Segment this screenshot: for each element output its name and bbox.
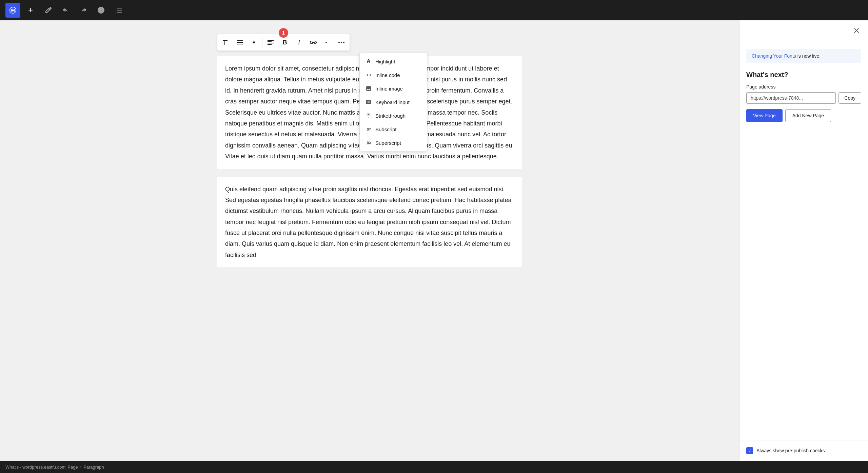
wordpress-logo bbox=[5, 3, 20, 18]
pre-publish-label: Always show pre-publish checks. bbox=[756, 448, 826, 453]
keyboard-input-label: Keyboard input bbox=[375, 99, 410, 105]
link-button[interactable] bbox=[307, 36, 320, 49]
notification-badge: 1 bbox=[279, 28, 288, 38]
inline-code-menu-item[interactable]: Inline code bbox=[360, 68, 427, 82]
paragraph-block-2[interactable]: Quis eleifend quam adipiscing vitae proi… bbox=[217, 177, 522, 268]
formatting-dropdown-menu: A Highlight Inline code bbox=[359, 53, 427, 151]
footer-bar: What's · wordpress.eastfu.com Page › Par… bbox=[0, 461, 868, 473]
top-bar bbox=[0, 0, 868, 20]
notification-link[interactable]: Changing Your Fonts bbox=[752, 53, 796, 59]
what-next-title: What's next? bbox=[746, 71, 861, 79]
breadcrumb-separator: › bbox=[80, 465, 81, 470]
highlight-icon: A bbox=[365, 58, 372, 65]
paragraph-2-text: Quis eleifend quam adipiscing vitae proi… bbox=[225, 186, 512, 258]
highlight-label: Highlight bbox=[375, 59, 395, 64]
notification-bar: Changing Your Fonts is now live. bbox=[746, 49, 861, 63]
editor-content: 1 bbox=[217, 34, 522, 447]
pre-publish-checkbox[interactable]: ✓ bbox=[746, 447, 753, 454]
add-block-button[interactable] bbox=[23, 3, 38, 18]
keyboard-input-menu-item[interactable]: Keyboard input bbox=[360, 95, 427, 109]
bold-button[interactable]: B bbox=[278, 36, 292, 49]
list-format-button[interactable] bbox=[233, 36, 246, 49]
superscript-menu-item[interactable]: X2 Superscript bbox=[360, 136, 427, 150]
strikethrough-icon bbox=[365, 112, 372, 119]
toolbar-divider-1 bbox=[262, 38, 262, 47]
page-address-input[interactable] bbox=[746, 92, 836, 104]
edit-button[interactable] bbox=[41, 3, 56, 18]
info-button[interactable] bbox=[94, 3, 108, 18]
sidebar-header bbox=[739, 20, 868, 41]
keyboard-input-icon bbox=[365, 99, 372, 105]
inline-code-label: Inline code bbox=[375, 72, 400, 78]
inline-code-icon bbox=[365, 72, 372, 78]
svg-point-1 bbox=[341, 42, 342, 43]
superscript-label: Superscript bbox=[375, 140, 401, 146]
block-toolbar: 1 bbox=[217, 34, 350, 51]
main-area: 1 bbox=[0, 20, 868, 461]
breadcrumb-paragraph[interactable]: Paragraph bbox=[83, 465, 104, 470]
page-address-row: Copy bbox=[746, 92, 861, 104]
breadcrumb-page[interactable]: Page bbox=[67, 465, 78, 470]
svg-point-0 bbox=[338, 42, 340, 43]
editor-area: 1 bbox=[0, 20, 739, 461]
more-options-button[interactable] bbox=[335, 36, 348, 49]
action-buttons: View Page Add New Page bbox=[746, 109, 861, 122]
subscript-icon: X2 bbox=[365, 126, 372, 133]
inline-image-menu-item[interactable]: Inline image bbox=[360, 82, 427, 95]
superscript-icon: X2 bbox=[365, 139, 372, 146]
dropdown-toggle-button[interactable] bbox=[321, 36, 332, 49]
sidebar-panel: Changing Your Fonts is now live. What's … bbox=[739, 20, 868, 461]
italic-button[interactable]: I bbox=[292, 36, 306, 49]
subscript-label: Subscript bbox=[375, 126, 397, 132]
move-button[interactable] bbox=[247, 36, 261, 49]
svg-point-2 bbox=[343, 42, 344, 43]
toolbar-divider-2 bbox=[333, 38, 333, 47]
list-view-button[interactable] bbox=[111, 3, 126, 18]
copy-button[interactable]: Copy bbox=[839, 92, 861, 104]
inline-image-icon bbox=[365, 85, 372, 92]
highlight-menu-item[interactable]: A Highlight bbox=[360, 55, 427, 68]
subscript-menu-item[interactable]: X2 Subscript bbox=[360, 122, 427, 136]
strikethrough-label: Strikethrough bbox=[375, 113, 406, 119]
paragraph-type-button[interactable] bbox=[219, 36, 232, 49]
breadcrumb: What's · wordpress.eastfu.com Page › Par… bbox=[5, 465, 104, 470]
undo-button[interactable] bbox=[58, 3, 73, 18]
strikethrough-menu-item[interactable]: Strikethrough bbox=[360, 109, 427, 122]
page-address-label: Page address bbox=[746, 84, 861, 90]
inline-image-label: Inline image bbox=[375, 86, 403, 92]
view-page-button[interactable]: View Page bbox=[746, 109, 783, 122]
redo-button[interactable] bbox=[76, 3, 91, 18]
align-button[interactable] bbox=[264, 36, 277, 49]
footer-site-label: What's · wordpress.eastfu.com bbox=[5, 465, 65, 470]
sidebar-content: Changing Your Fonts is now live. What's … bbox=[739, 41, 868, 440]
add-new-page-button[interactable]: Add New Page bbox=[785, 109, 831, 122]
notification-suffix: is now live. bbox=[796, 53, 821, 59]
close-sidebar-button[interactable] bbox=[850, 24, 863, 37]
